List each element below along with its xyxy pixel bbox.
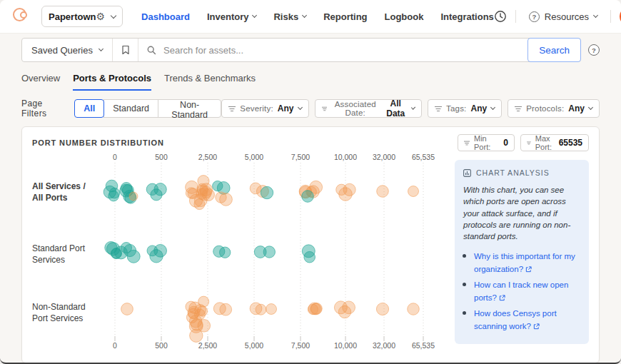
filter-label: Tags: — [446, 104, 467, 113]
service-bubble-orange[interactable] — [338, 305, 350, 318]
tick-label-500: 500 — [155, 341, 168, 350]
filters-row: Page Filters AllStandardNon-Standard Sev… — [21, 98, 600, 118]
chevron-down-icon — [252, 13, 257, 18]
help-icon[interactable]: ? — [588, 44, 600, 56]
tab-ports-protocols[interactable]: Ports & Protocols — [73, 73, 151, 91]
saved-queries-label: Saved Queries — [31, 45, 93, 56]
tick-label-10-000: 10,000 — [334, 153, 357, 161]
service-bubble-orange[interactable] — [121, 303, 133, 315]
analysis-link-1[interactable]: Why is this important for my organizatio… — [474, 252, 575, 273]
nav-item-inventory[interactable]: Inventory — [207, 11, 257, 22]
segment-non-standard[interactable]: Non-Standard — [158, 99, 221, 118]
service-bubble-teal[interactable] — [150, 250, 163, 263]
segment-all[interactable]: All — [74, 99, 104, 118]
service-bubble-orange[interactable] — [408, 186, 419, 197]
service-bubble-orange[interactable] — [129, 192, 138, 201]
bookmark-button[interactable] — [113, 39, 138, 61]
segment-standard[interactable]: Standard — [104, 99, 158, 118]
analysis-links: Why is this important for my organizatio… — [463, 249, 580, 333]
max-port-filter[interactable]: Max Port: 65535 — [520, 134, 589, 151]
page-tabs: OverviewPorts & ProtocolsTrends & Benchm… — [21, 73, 600, 91]
censys-logo-icon[interactable] — [13, 6, 33, 26]
min-port-label: Min Port: — [474, 134, 499, 151]
filter-icon — [515, 106, 522, 112]
nav-item-integrations[interactable]: Integrations — [440, 11, 493, 22]
tick-label-32-000: 32,000 — [373, 341, 395, 350]
service-bubble-orange[interactable] — [408, 303, 420, 315]
nav-item-risks[interactable]: Risks — [273, 11, 306, 22]
min-port-filter[interactable]: Min Port: 0 — [458, 134, 515, 151]
search-button[interactable]: Search — [527, 38, 581, 62]
service-bubble-teal[interactable] — [127, 250, 140, 263]
service-bubble-teal[interactable] — [304, 251, 315, 263]
history-clock-icon[interactable] — [494, 10, 507, 23]
port-distribution-panel: PORT NUMBER DISTRIBUTION Min Port: 0 Max… — [21, 126, 600, 363]
filter-label: Severity: — [240, 104, 273, 113]
resources-menu[interactable]: ? Resources — [525, 11, 602, 23]
org-name: Papertown — [49, 11, 96, 22]
tick-label-2-500: 2,500 — [198, 341, 217, 350]
bookmark-icon — [121, 45, 130, 55]
chevron-down-icon — [111, 12, 116, 18]
filter-tags[interactable]: Tags:Any — [428, 99, 502, 118]
service-bubble-orange[interactable] — [377, 186, 389, 198]
nav-item-dashboard[interactable]: Dashboard — [141, 11, 190, 22]
analysis-link-label: How can I track new open ports? — [474, 280, 568, 302]
nav-item-label: Logbook — [385, 11, 424, 22]
service-bubble-teal[interactable] — [302, 191, 314, 203]
gear-icon[interactable]: ⚙ — [96, 11, 105, 21]
analysis-link-3[interactable]: How does Censys port scanning work? — [474, 309, 557, 330]
search-input-wrap — [138, 39, 528, 61]
service-bubble-teal[interactable] — [261, 186, 273, 198]
analysis-link-label: Why is this important for my organizatio… — [474, 252, 575, 273]
filter-severity[interactable]: Severity:Any — [221, 99, 308, 118]
service-bubble-orange[interactable] — [311, 303, 323, 314]
service-bubble-teal[interactable] — [151, 189, 162, 201]
search-input[interactable] — [162, 44, 520, 56]
tick-label-500: 500 — [155, 153, 168, 161]
service-bubble-orange[interactable] — [220, 193, 233, 206]
page-filters-label: Page Filters — [21, 98, 67, 118]
filter-label: Associated Date: — [331, 100, 380, 117]
nav-item-label: Integrations — [440, 11, 493, 22]
max-port-value[interactable]: 65535 — [559, 138, 582, 148]
service-bubble-orange[interactable] — [220, 303, 232, 315]
primary-nav: DashboardInventoryRisksReportingLogbookI… — [141, 11, 494, 22]
filter-protocols[interactable]: Protocols:Any — [508, 99, 600, 118]
min-port-value[interactable]: 0 — [503, 138, 508, 148]
chart-analysis-icon — [463, 169, 471, 177]
chevron-down-icon — [490, 105, 495, 110]
filter-icon — [464, 140, 470, 146]
service-bubble-orange[interactable] — [256, 304, 266, 315]
top-nav: Papertown ⚙ DashboardInventoryRisksRepor… — [0, 0, 621, 34]
service-bubble-orange[interactable] — [186, 181, 198, 193]
analysis-body: With this chart, you can see which ports… — [463, 184, 580, 243]
analysis-link-2[interactable]: How can I track new open ports? — [474, 280, 568, 302]
service-bubble-teal[interactable] — [263, 246, 275, 258]
tab-trends-benchmarks[interactable]: Trends & Benchmarks — [164, 73, 256, 91]
filter-icon — [322, 106, 327, 112]
service-bubble-orange[interactable] — [376, 303, 388, 315]
org-selector[interactable]: Papertown ⚙ — [41, 6, 123, 27]
nav-item-logbook[interactable]: Logbook — [385, 11, 424, 22]
service-bubble-teal[interactable] — [111, 248, 122, 259]
divider — [610, 10, 611, 23]
service-bubble-orange[interactable] — [266, 304, 277, 315]
tab-overview[interactable]: Overview — [21, 73, 60, 91]
row-label-1: Standard Port Services — [32, 243, 108, 266]
nav-item-label: Risks — [273, 11, 298, 22]
filter-associated-date[interactable]: Associated Date:All Data — [315, 99, 422, 118]
service-bubble-orange[interactable] — [339, 188, 353, 201]
row-label-2: Non-Standard Port Services — [32, 301, 108, 324]
service-bubble-orange[interactable] — [190, 329, 203, 342]
panel-header: PORT NUMBER DISTRIBUTION Min Port: 0 Max… — [32, 134, 589, 151]
external-link-icon — [499, 295, 505, 301]
service-bubble-teal[interactable] — [220, 247, 231, 258]
search-icon — [147, 46, 156, 55]
service-bubble-orange[interactable] — [200, 183, 213, 196]
tick-label-5-000: 5,000 — [245, 341, 263, 350]
service-bubble-orange[interactable] — [186, 312, 197, 323]
chevron-down-icon — [99, 46, 104, 51]
nav-item-reporting[interactable]: Reporting — [323, 11, 367, 22]
saved-queries-dropdown[interactable]: Saved Queries — [22, 39, 113, 61]
